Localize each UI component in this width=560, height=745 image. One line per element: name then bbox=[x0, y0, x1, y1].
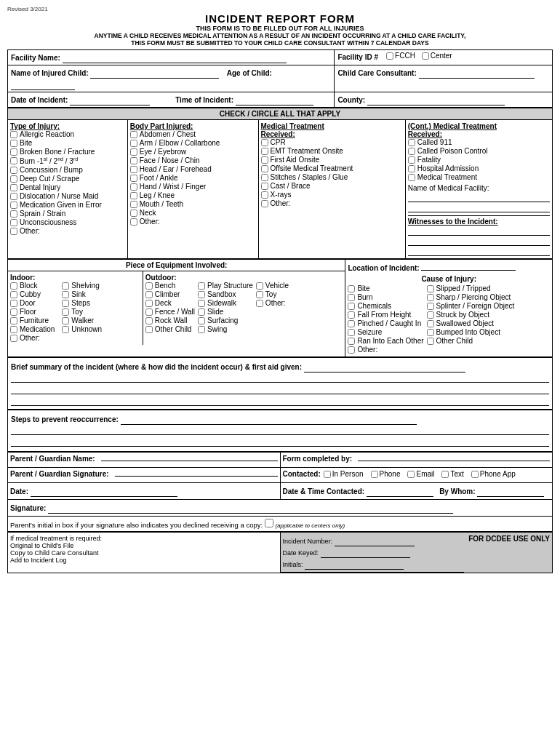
text-label[interactable]: Text bbox=[441, 470, 463, 478]
chk-face[interactable] bbox=[130, 157, 137, 164]
chk-phone[interactable] bbox=[371, 471, 378, 478]
chk-bp-other[interactable] bbox=[130, 218, 137, 226]
chk-unknown[interactable] bbox=[62, 326, 69, 333]
parents-initial-checkbox[interactable] bbox=[265, 519, 273, 527]
chk-splinter[interactable] bbox=[427, 303, 434, 310]
chk-fall[interactable] bbox=[348, 311, 355, 319]
chk-swing[interactable] bbox=[198, 326, 205, 333]
chk-eye[interactable] bbox=[130, 148, 137, 156]
chk-head[interactable] bbox=[130, 166, 137, 173]
chk-cause-other-child[interactable] bbox=[427, 338, 434, 345]
chk-deep-cut[interactable] bbox=[10, 175, 17, 183]
chk-injury-other[interactable] bbox=[10, 228, 17, 235]
chk-medication-error[interactable] bbox=[10, 202, 17, 209]
center-checkbox-label[interactable]: Center bbox=[422, 52, 452, 60]
consultant-input[interactable] bbox=[419, 67, 535, 79]
chk-furniture[interactable] bbox=[10, 317, 17, 324]
phone-label[interactable]: Phone bbox=[371, 470, 401, 478]
chk-deck[interactable] bbox=[145, 300, 153, 307]
fcch-checkbox[interactable] bbox=[386, 52, 393, 60]
chk-surfacing[interactable] bbox=[198, 317, 205, 324]
chk-sharp[interactable] bbox=[427, 294, 434, 301]
chk-offsite[interactable] bbox=[261, 165, 268, 172]
chk-sandbox[interactable] bbox=[198, 291, 205, 298]
chk-concussion[interactable] bbox=[10, 167, 17, 174]
date-time-contacted-input[interactable] bbox=[367, 485, 433, 497]
chk-cpr[interactable] bbox=[261, 139, 268, 146]
facility-name-input[interactable] bbox=[63, 52, 287, 63]
chk-abdomen[interactable] bbox=[130, 131, 137, 138]
chk-medical-treatment[interactable] bbox=[408, 174, 415, 181]
chk-outdoor-other-child[interactable] bbox=[145, 326, 153, 333]
chk-neck[interactable] bbox=[130, 210, 137, 217]
chk-allergic[interactable] bbox=[10, 131, 17, 138]
chk-poison[interactable] bbox=[408, 148, 415, 155]
chk-mt-other[interactable] bbox=[261, 200, 268, 207]
chk-hospital[interactable] bbox=[408, 165, 415, 172]
chk-in-person[interactable] bbox=[324, 471, 331, 478]
chk-fence[interactable] bbox=[145, 308, 153, 316]
chk-outdoor-other[interactable] bbox=[256, 300, 263, 307]
chk-text[interactable] bbox=[441, 471, 449, 478]
chk-arm[interactable] bbox=[130, 140, 137, 147]
chk-cast[interactable] bbox=[261, 183, 268, 190]
chk-walker[interactable] bbox=[62, 317, 69, 324]
chk-struck[interactable] bbox=[427, 311, 434, 319]
chk-burn[interactable] bbox=[10, 157, 17, 164]
chk-mouth[interactable] bbox=[130, 201, 137, 208]
chk-bumped[interactable] bbox=[427, 329, 434, 336]
chk-outdoor-toy[interactable] bbox=[256, 291, 263, 298]
chk-email[interactable] bbox=[407, 471, 415, 478]
by-whom-input[interactable] bbox=[477, 485, 544, 497]
date-incident-input[interactable] bbox=[70, 94, 150, 105]
chk-bite[interactable] bbox=[10, 140, 17, 147]
summary-input-inline[interactable] bbox=[304, 361, 465, 372]
chk-unconscious[interactable] bbox=[10, 219, 17, 226]
chk-shelving[interactable] bbox=[62, 282, 69, 290]
chk-toy[interactable] bbox=[62, 308, 69, 316]
name-injured-input[interactable] bbox=[90, 67, 218, 79]
chk-door[interactable] bbox=[10, 300, 17, 307]
chk-emt[interactable] bbox=[261, 148, 268, 155]
chk-sidewalk[interactable] bbox=[198, 300, 205, 307]
date-keyed-input[interactable] bbox=[321, 546, 410, 558]
center-checkbox[interactable] bbox=[422, 52, 429, 60]
chk-hand[interactable] bbox=[130, 183, 137, 191]
chk-foot[interactable] bbox=[130, 175, 137, 182]
steps-input-inline[interactable] bbox=[121, 413, 417, 425]
signature-input[interactable] bbox=[48, 502, 453, 514]
chk-play-structure[interactable] bbox=[198, 282, 205, 290]
chk-phone-app[interactable] bbox=[471, 471, 479, 478]
chk-vehicle[interactable] bbox=[256, 282, 263, 290]
chk-fatality[interactable] bbox=[408, 156, 415, 164]
chk-ran-into[interactable] bbox=[348, 338, 355, 345]
chk-cause-burn[interactable] bbox=[348, 294, 355, 301]
chk-911[interactable] bbox=[408, 139, 415, 146]
chk-slipped[interactable] bbox=[427, 285, 434, 292]
chk-rock-wall[interactable] bbox=[145, 317, 153, 324]
chk-steps[interactable] bbox=[62, 300, 69, 307]
county-input[interactable] bbox=[367, 94, 505, 105]
chk-bench[interactable] bbox=[145, 282, 153, 290]
phone-app-label[interactable]: Phone App bbox=[471, 470, 516, 478]
chk-cause-other[interactable] bbox=[348, 346, 355, 354]
chk-block[interactable] bbox=[10, 282, 17, 290]
time-incident-input[interactable] bbox=[236, 94, 313, 105]
chk-cubby[interactable] bbox=[10, 291, 17, 298]
fcch-checkbox-label[interactable]: FCCH bbox=[386, 52, 415, 60]
chk-indoor-other[interactable] bbox=[10, 335, 17, 342]
age-input[interactable] bbox=[11, 79, 75, 90]
chk-indoor-medication[interactable] bbox=[10, 326, 17, 333]
chk-broken[interactable] bbox=[10, 148, 17, 156]
chk-seizure[interactable] bbox=[348, 329, 355, 336]
chk-leg[interactable] bbox=[130, 192, 137, 199]
date-input[interactable] bbox=[31, 485, 177, 497]
chk-stitches[interactable] bbox=[261, 174, 268, 181]
chk-slide[interactable] bbox=[198, 308, 205, 316]
chk-cause-bite[interactable] bbox=[348, 285, 355, 292]
in-person-label[interactable]: In Person bbox=[324, 470, 364, 478]
chk-climber[interactable] bbox=[145, 291, 153, 298]
chk-swallowed[interactable] bbox=[427, 320, 434, 327]
chk-floor[interactable] bbox=[10, 308, 17, 316]
chk-dental[interactable] bbox=[10, 184, 17, 191]
